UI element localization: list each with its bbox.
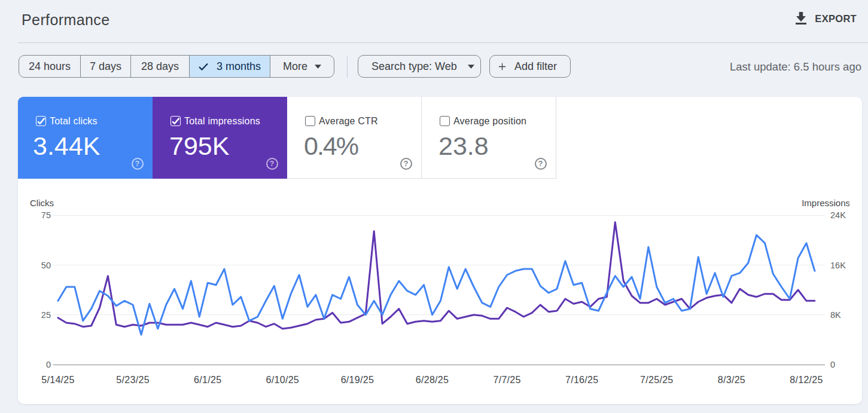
svg-text:6/10/25: 6/10/25 (266, 375, 299, 385)
svg-text:8/3/25: 8/3/25 (718, 375, 745, 385)
svg-text:24K: 24K (830, 210, 846, 220)
svg-text:0: 0 (830, 360, 835, 369)
svg-text:5/14/25: 5/14/25 (41, 375, 74, 385)
svg-text:Clicks: Clicks (30, 198, 54, 208)
svg-text:6/1/25: 6/1/25 (194, 375, 221, 385)
svg-text:7/25/25: 7/25/25 (640, 375, 673, 385)
svg-text:5/23/25: 5/23/25 (116, 375, 149, 385)
svg-text:25: 25 (41, 310, 51, 320)
svg-text:6/28/25: 6/28/25 (416, 375, 449, 385)
svg-text:Impressions: Impressions (802, 198, 849, 208)
svg-text:16K: 16K (830, 261, 846, 270)
svg-text:75: 75 (41, 210, 51, 220)
svg-text:8/12/25: 8/12/25 (790, 375, 823, 385)
svg-text:50: 50 (41, 261, 51, 270)
svg-text:7/7/25: 7/7/25 (493, 375, 520, 385)
svg-text:8K: 8K (830, 310, 841, 320)
svg-text:7/16/25: 7/16/25 (565, 375, 598, 385)
svg-text:6/19/25: 6/19/25 (341, 375, 374, 385)
svg-text:0: 0 (46, 360, 51, 369)
